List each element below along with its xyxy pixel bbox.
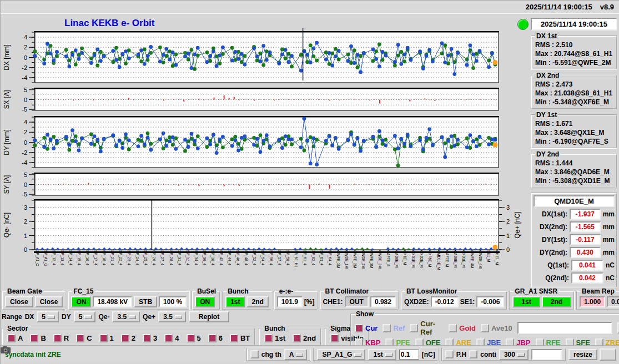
range-qep-dropdown[interactable]: 3.5 [158, 311, 186, 322]
range-dy-dropdown[interactable]: 5 [74, 311, 96, 322]
show-cur[interactable]: Cur [355, 324, 378, 332]
bunch-sel-2nd[interactable]: 2nd [293, 334, 316, 342]
svg-text:3: 3 [506, 204, 510, 211]
stats-dy-2nd-title: DY 2nd [535, 150, 560, 158]
sector-c[interactable]: C [76, 334, 92, 342]
show-gold-checkbox[interactable] [449, 324, 457, 332]
show-ave10[interactable]: Ave10 [481, 324, 512, 332]
bpm-label: SP_44_4 [227, 250, 231, 286]
sector-4-checkbox[interactable] [164, 334, 173, 342]
svg-text:0: 0 [24, 97, 27, 103]
beam-gate-close-button-1[interactable]: Close [5, 296, 33, 307]
show-cur-checkbox[interactable] [355, 324, 363, 332]
sector-5-checkbox[interactable] [187, 334, 195, 342]
sector-5-label: 5 [197, 334, 201, 342]
monitor-unit: nC [606, 261, 615, 269]
show-ave10-checkbox[interactable] [481, 324, 489, 332]
bpm-label: SP_46_4 [236, 250, 240, 286]
beam-gate-close-button-2[interactable]: Close [35, 296, 63, 307]
bunch-1st-button[interactable]: 1st [225, 296, 245, 307]
sector-3[interactable]: 3 [143, 334, 157, 342]
sector-3-checkbox[interactable] [143, 334, 151, 342]
set-ref-button[interactable]: Set Ref [617, 322, 619, 333]
show-ref[interactable]: Ref [383, 324, 405, 332]
svg-text:3: 3 [24, 204, 27, 211]
gr-1st-button[interactable]: 1st [512, 296, 540, 307]
interval-dropdown[interactable]: 300 [499, 349, 529, 360]
sector-4[interactable]: 4 [164, 334, 179, 342]
fc15-kv-value: 18.498 kV [93, 296, 132, 307]
chg-th-dropdown[interactable]: A [284, 349, 308, 360]
stats-dy-1st-title: DY 1st [535, 111, 558, 119]
gr-a1-snsr-legend: GR_A1 SNSR [514, 287, 558, 295]
threshold-input[interactable] [399, 350, 419, 360]
replot-button[interactable]: Replot [189, 311, 229, 322]
range-row: Range DX 5 DY 5 Qe- 3.5 Qe+ 3.5 Replot [2, 310, 349, 323]
conti-checkbox[interactable] [469, 350, 477, 358]
ref-name-input[interactable] [517, 322, 612, 334]
svg-text:4: 4 [24, 34, 27, 41]
titlebar-version: v8.9 [600, 3, 614, 11]
sector-5[interactable]: 5 [187, 334, 201, 342]
orbit-plots: 420-2-4DX [mm]50-5SX [A]420-2-4DY [mm]50… [1, 15, 525, 287]
svg-text:2: 2 [24, 218, 27, 225]
range-qem-dropdown[interactable]: 3.5 [112, 311, 140, 322]
busel-on-button[interactable]: ON [195, 296, 215, 307]
sector-b[interactable]: B [30, 334, 46, 342]
sector-bt[interactable]: BT [230, 334, 250, 342]
bpm-label: SP_36_4 [202, 250, 206, 286]
show-gold[interactable]: Gold [449, 324, 476, 332]
bunch-sel-1st-checkbox[interactable] [264, 334, 273, 342]
bunch-dropdown[interactable]: 1st [368, 349, 396, 360]
sp-dropdown[interactable]: SP_A1_G [317, 349, 365, 360]
che1-out-button[interactable]: OUT [345, 296, 369, 307]
sector-2[interactable]: 2 [121, 334, 135, 342]
sector-6[interactable]: 6 [208, 334, 223, 342]
show-cur-ref-checkbox[interactable] [410, 324, 418, 332]
sector-2-checkbox[interactable] [121, 334, 129, 342]
bpm-label: SP_23_4 [127, 250, 131, 286]
sector-r[interactable]: R [53, 334, 69, 342]
bpm-label: SP_24_4 [135, 250, 139, 286]
sector-a-checkbox[interactable] [7, 334, 16, 342]
sector-bt-checkbox[interactable] [230, 334, 238, 342]
bunch-select-legend: Bunch [263, 325, 286, 332]
screenshot-button[interactable] [600, 348, 616, 361]
resize-button[interactable]: resize [568, 349, 597, 360]
bunch-sel-1st-label: 1st [275, 334, 285, 342]
show-ref-checkbox[interactable] [383, 324, 391, 332]
stats-dx-1st-title: DX 1st [535, 32, 558, 40]
bpm-label: QWFE_1M [336, 250, 340, 286]
stats-dx-1st: DX 1st RMS : 2.510 Max : 20.744@S8_61_H1… [531, 32, 617, 70]
bunch-sel-1st[interactable]: 1st [264, 334, 285, 342]
sidebar: 2025/11/14 19:00:15 DX 1st RMS : 2.510 M… [526, 15, 618, 287]
sector-a[interactable]: A [7, 334, 23, 342]
sector-1[interactable]: 1 [99, 334, 114, 342]
gr-2nd-button[interactable]: 2nd [542, 296, 571, 307]
bunch-sel-2nd-checkbox[interactable] [293, 334, 301, 342]
sector-6-checkbox[interactable] [208, 334, 217, 342]
ee-ratio-unit: [%] [304, 298, 315, 306]
sector-1-checkbox[interactable] [99, 334, 108, 342]
sector-c-checkbox[interactable] [76, 334, 84, 342]
ph-checkbox[interactable] [445, 350, 454, 358]
range-dx-dropdown[interactable]: 5 [37, 311, 59, 322]
svg-text:1: 1 [506, 232, 510, 239]
sector-b-checkbox[interactable] [30, 334, 38, 342]
beam-rep-value-2: 0.000 [607, 296, 619, 307]
count-input[interactable] [531, 349, 562, 360]
sector-bt-label: BT [240, 334, 250, 342]
fc15-stb-button[interactable]: STB [134, 296, 157, 307]
bunch-2nd-button[interactable]: 2nd [246, 296, 268, 307]
che1-value: 0.982 [370, 296, 396, 307]
bpm-axis-labels: SP_A1_CSP_A1_GSP_12_4SP_13_4SP_14_4SP_15… [35, 250, 499, 286]
chg-th-checkbox[interactable] [250, 350, 259, 358]
sigma-visible-checkbox[interactable] [330, 334, 339, 342]
show-ref-label: Ref [393, 324, 405, 332]
show-cur-ref[interactable]: Cur-Ref [410, 320, 444, 336]
svg-text:0: 0 [24, 181, 27, 188]
stat-max: Max : 3.648@QX1E_M [534, 128, 614, 137]
monitor-row: DY(2nd): 0.430 mm [534, 247, 615, 258]
fc15-on-button[interactable]: ON [71, 296, 91, 307]
sector-r-checkbox[interactable] [53, 334, 62, 342]
